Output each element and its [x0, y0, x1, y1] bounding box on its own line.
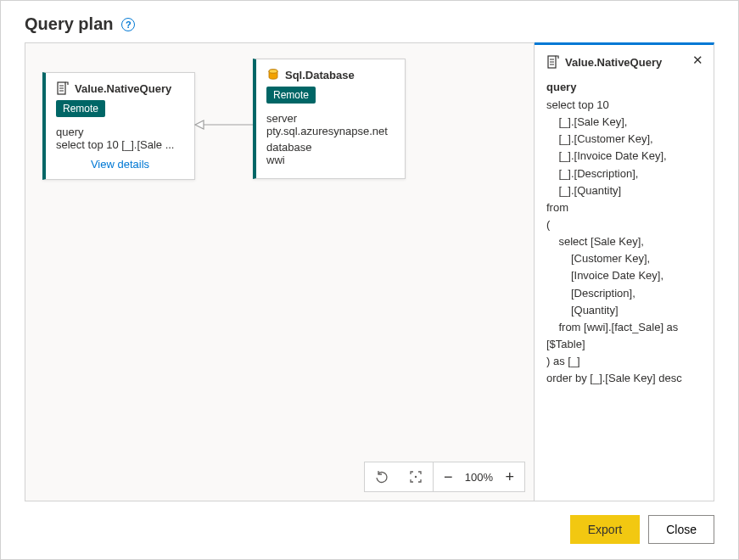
dialog-footer: Export Close: [1, 501, 738, 559]
zoom-level-group: − 100% +: [434, 462, 524, 491]
database-value: wwi: [266, 154, 395, 166]
svg-point-2: [269, 70, 277, 73]
query-icon: [546, 55, 560, 69]
fit-view-button[interactable]: [399, 462, 433, 491]
panel-field-label: query: [546, 81, 702, 93]
node-title-text: Sql.Database: [285, 69, 355, 81]
zoom-out-button[interactable]: −: [444, 468, 453, 486]
close-icon[interactable]: ✕: [692, 53, 703, 66]
zoom-level-label: 100%: [462, 471, 495, 484]
query-icon: [56, 81, 70, 95]
undo-icon: [375, 470, 389, 484]
dialog-title: Query plan: [25, 14, 113, 34]
plan-canvas[interactable]: Value.NativeQuery Remote query select to…: [25, 42, 535, 501]
server-label: server: [266, 112, 395, 125]
zoom-in-button[interactable]: +: [505, 468, 514, 486]
node-sql-database[interactable]: Sql.Database Remote server pty.sql.azure…: [253, 59, 406, 179]
param-value: select top 10 [_].[Sale ...: [56, 138, 184, 151]
svg-point-4: [415, 476, 417, 478]
export-button[interactable]: Export: [570, 515, 640, 544]
remote-badge: Remote: [266, 87, 316, 104]
connector-arrow: [193, 120, 255, 130]
fit-icon: [409, 470, 423, 484]
dialog-body: Value.NativeQuery Remote query select to…: [1, 42, 738, 501]
remote-badge: Remote: [56, 100, 105, 117]
details-panel: ✕ Value.NativeQuery query select top 10 …: [535, 42, 714, 501]
server-value: pty.sql.azuresynapse.net: [266, 125, 395, 137]
database-label: database: [266, 141, 395, 154]
zoom-controls: − 100% +: [364, 462, 525, 492]
panel-title-text: Value.NativeQuery: [565, 56, 662, 69]
dialog-header: Query plan ?: [1, 1, 738, 42]
param-label: query: [56, 126, 184, 138]
panel-sql-text: select top 10 [_].[Sale Key], [_].[Custo…: [546, 97, 702, 387]
node-title: Sql.Database: [266, 68, 395, 81]
panel-title: Value.NativeQuery: [546, 55, 702, 69]
view-details-link[interactable]: View details: [56, 158, 184, 171]
close-button[interactable]: Close: [648, 515, 714, 544]
node-value-nativequery[interactable]: Value.NativeQuery Remote query select to…: [42, 72, 195, 180]
reset-view-button[interactable]: [365, 462, 399, 491]
node-title-text: Value.NativeQuery: [75, 82, 171, 95]
query-plan-dialog: Query plan ? Value.NativeQuery Remote qu…: [0, 0, 739, 560]
node-title: Value.NativeQuery: [56, 81, 184, 95]
help-icon[interactable]: ?: [121, 18, 135, 31]
database-icon: [266, 68, 280, 81]
